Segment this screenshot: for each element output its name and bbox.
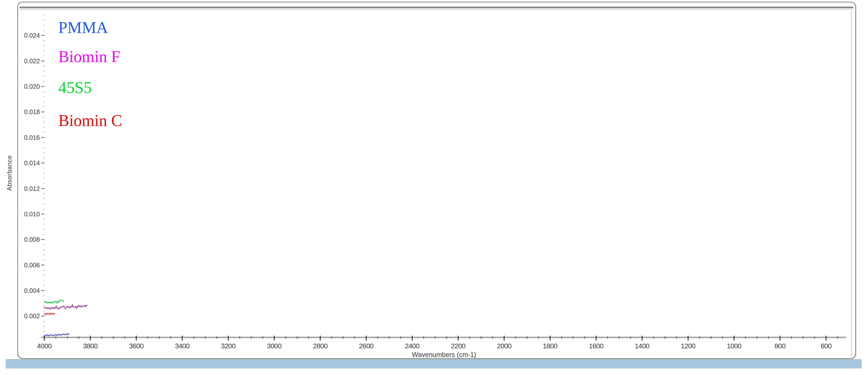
svg-text:1400: 1400 xyxy=(635,342,650,350)
y-axis-title: Absorbance xyxy=(5,122,14,224)
pmma-spectrum-line xyxy=(44,334,69,336)
svg-text:3000: 3000 xyxy=(267,342,281,350)
svg-text:4000: 4000 xyxy=(37,342,52,350)
biomin-f-spectrum-line xyxy=(44,305,87,309)
svg-text:3200: 3200 xyxy=(221,342,236,350)
svg-text:2600: 2600 xyxy=(359,342,374,350)
svg-text:3400: 3400 xyxy=(175,342,190,350)
svg-text:0.010: 0.010 xyxy=(24,210,40,218)
svg-text:2000: 2000 xyxy=(497,342,512,350)
svg-text:2400: 2400 xyxy=(405,342,420,350)
svg-text:0.024: 0.024 xyxy=(24,32,40,39)
svg-text:0.012: 0.012 xyxy=(24,185,40,192)
y-axis: 0.0020.0040.0060.0080.0100.0120.0140.016… xyxy=(24,15,44,337)
svg-text:1600: 1600 xyxy=(589,342,603,350)
svg-text:1200: 1200 xyxy=(681,342,695,350)
svg-text:1000: 1000 xyxy=(727,342,741,350)
ftir-spectra-chart: 0.0020.0040.0060.0080.0100.0120.0140.016… xyxy=(0,0,868,375)
svg-text:1800: 1800 xyxy=(543,342,557,350)
svg-text:0.018: 0.018 xyxy=(24,109,40,116)
svg-text:800: 800 xyxy=(775,342,785,350)
svg-text:0.016: 0.016 xyxy=(24,134,40,141)
x-axis: 4000380036003400320030002800260024002200… xyxy=(37,336,846,350)
spectra-lines xyxy=(44,300,87,336)
svg-text:0.020: 0.020 xyxy=(24,83,40,90)
x-axis-title: Wavenumbers (cm-1) xyxy=(383,351,505,358)
biomin-c-spectrum-line xyxy=(44,313,55,315)
svg-text:0.002: 0.002 xyxy=(24,313,40,320)
svg-text:2800: 2800 xyxy=(313,342,328,350)
svg-text:0.004: 0.004 xyxy=(24,287,40,294)
svg-text:3800: 3800 xyxy=(83,342,98,350)
svg-text:0.022: 0.022 xyxy=(24,58,40,65)
svg-text:0.014: 0.014 xyxy=(24,160,40,167)
svg-text:600: 600 xyxy=(820,342,832,350)
svg-text:0.006: 0.006 xyxy=(24,262,40,269)
svg-text:0.008: 0.008 xyxy=(24,236,40,243)
svg-text:3600: 3600 xyxy=(129,342,144,350)
45s5-spectrum-line xyxy=(44,300,64,304)
svg-text:2200: 2200 xyxy=(451,342,466,350)
